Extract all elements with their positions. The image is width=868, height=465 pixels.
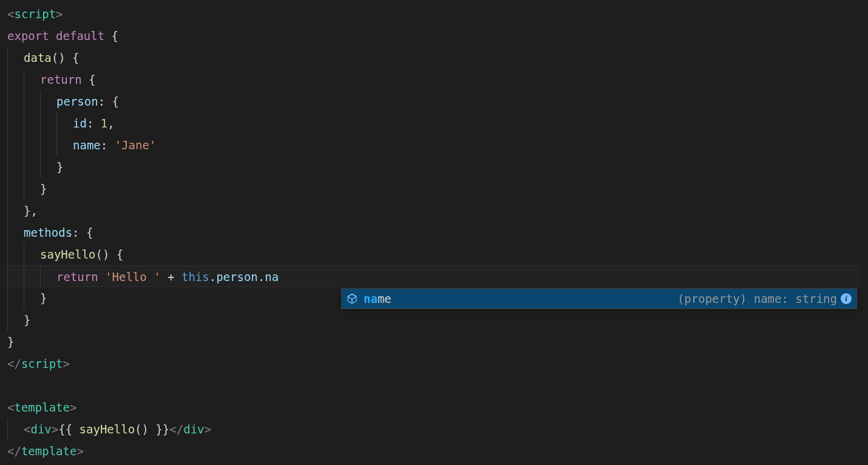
code-line[interactable]: [7, 375, 861, 396]
property-icon: [345, 292, 359, 305]
code-line[interactable]: name: 'Jane': [7, 134, 861, 156]
code-line[interactable]: }: [7, 178, 861, 200]
code-line[interactable]: }: [7, 331, 861, 353]
code-line[interactable]: data() {: [7, 47, 861, 69]
code-line[interactable]: export default {: [7, 25, 861, 47]
code-line[interactable]: return {: [7, 69, 861, 90]
autocomplete-item[interactable]: name (property) name: string i: [342, 289, 856, 308]
code-line[interactable]: return 'Hello ' + this.person.na: [7, 265, 861, 287]
code-line[interactable]: }: [7, 156, 861, 178]
autocomplete-popup[interactable]: name (property) name: string i: [341, 288, 857, 309]
code-line[interactable]: sayHello() {: [7, 243, 861, 265]
code-line[interactable]: <script>: [7, 3, 861, 25]
code-line[interactable]: methods: {: [7, 222, 861, 243]
code-line[interactable]: },: [7, 200, 861, 222]
code-line[interactable]: }: [7, 309, 861, 331]
code-editor[interactable]: <script>export default {data() {return {…: [0, 0, 868, 465]
code-line[interactable]: person: {: [7, 90, 861, 112]
code-line[interactable]: <div>{{ sayHello() }}</div>: [7, 418, 861, 440]
autocomplete-label: name: [364, 288, 392, 310]
info-icon[interactable]: i: [841, 293, 852, 304]
code-line[interactable]: </template>: [7, 440, 861, 462]
code-line[interactable]: id: 1,: [7, 112, 861, 134]
autocomplete-detail: (property) name: string i: [677, 288, 856, 310]
code-line[interactable]: <template>: [7, 396, 861, 418]
code-line[interactable]: </script>: [7, 353, 861, 375]
